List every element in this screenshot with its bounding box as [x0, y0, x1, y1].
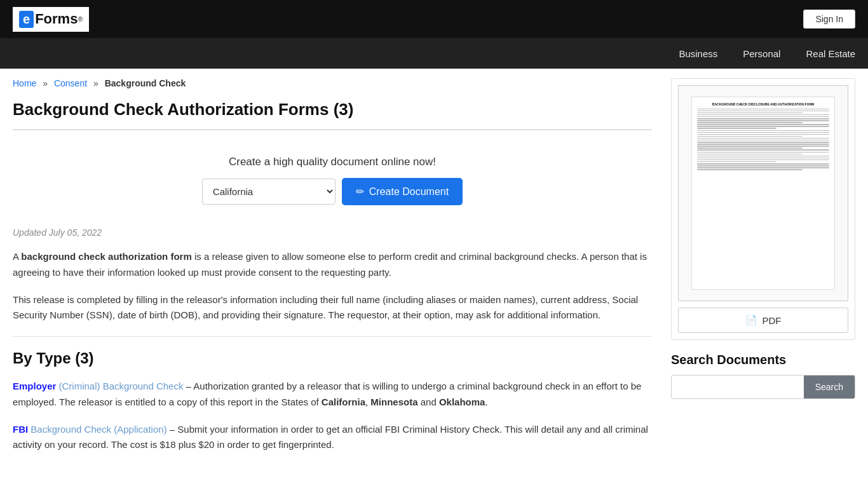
preview-line	[697, 134, 829, 135]
logo-area: eForms®	[13, 7, 89, 32]
preview-line	[697, 154, 803, 155]
preview-lines-5	[697, 152, 829, 163]
breadcrumb: Home » Consent » Background Check	[13, 78, 652, 88]
updated-date: Updated July 05, 2022	[13, 227, 652, 238]
topbar: eForms® Sign In	[0, 0, 868, 38]
preview-line	[697, 126, 829, 127]
intro-bold-text: background check authorization form	[21, 251, 191, 262]
oklahoma-bold: Oklahoma	[439, 396, 485, 407]
pdf-label: PDF	[763, 315, 782, 326]
preview-lines-1	[697, 109, 829, 118]
logo-text: Forms	[35, 11, 78, 27]
preview-line	[697, 159, 829, 161]
preview-line	[697, 138, 829, 139]
breadcrumb-consent[interactable]: Consent	[54, 78, 87, 88]
pdf-icon: 📄	[745, 315, 757, 326]
preview-line	[697, 136, 803, 137]
preview-line	[697, 146, 829, 147]
preview-lines-2	[697, 118, 829, 129]
search-button[interactable]: Search	[804, 376, 855, 398]
preview-lines-4	[697, 142, 829, 151]
preview-line	[697, 132, 829, 133]
minnesota-bold: Minnesota	[370, 396, 417, 407]
doc-creator-label: Create a high quality document online no…	[22, 156, 642, 168]
preview-line	[697, 163, 829, 165]
signin-button[interactable]: Sign In	[803, 10, 855, 29]
employer-secondary-link[interactable]: (Criminal) Background Check	[59, 381, 184, 391]
and-text: and	[418, 396, 439, 407]
preview-line	[697, 152, 829, 153]
navbar: Business Personal Real Estate	[0, 38, 868, 69]
intro-text-before: A	[13, 251, 21, 262]
preview-line	[697, 167, 829, 168]
doc-creator-controls: AlabamaAlaskaArizonaArkansasCaliforniaCo…	[22, 178, 642, 205]
nav-item-real-estate[interactable]: Real Estate	[806, 48, 855, 59]
section-divider	[13, 336, 652, 337]
preview-line	[697, 165, 829, 166]
doc-creator: Create a high quality document online no…	[13, 146, 652, 215]
preview-line	[697, 122, 803, 123]
preview-line	[697, 116, 829, 118]
employer-primary-link[interactable]: Employer	[13, 381, 56, 391]
preview-line	[697, 112, 803, 114]
fbi-primary-link[interactable]: FBI	[13, 424, 28, 435]
right-sidebar: BACKGROUND CHECK DISCLOSURE AND AUTHORIZ…	[671, 78, 855, 464]
search-section: Search Documents Search	[671, 353, 855, 399]
type-item-fbi: FBI Background Check (Application) – Sub…	[13, 422, 652, 454]
logo-reg: ®	[78, 15, 83, 23]
preview-line	[697, 142, 829, 143]
preview-lines-3	[697, 130, 829, 141]
type-item-employer: Employer (Criminal) Background Check – A…	[13, 379, 652, 410]
preview-line	[697, 144, 829, 145]
state-select[interactable]: AlabamaAlaskaArizonaArkansasCaliforniaCo…	[202, 179, 336, 205]
page-title: Background Check Authorization Forms (3)	[13, 100, 652, 130]
main-container: Home » Consent » Background Check Backgr…	[0, 69, 868, 474]
doc-preview: BACKGROUND CHECK DISCLOSURE AND AUTHORIZ…	[671, 78, 855, 340]
preview-line	[697, 118, 829, 119]
preview-lines-6	[697, 163, 829, 170]
nav-item-personal[interactable]: Personal	[743, 48, 780, 59]
breadcrumb-sep-2: »	[93, 78, 101, 88]
preview-doc-title: BACKGROUND CHECK DISCLOSURE AND AUTHORIZ…	[697, 102, 829, 107]
left-content: Home » Consent » Background Check Backgr…	[13, 78, 652, 464]
preview-line	[697, 156, 829, 157]
california-bold: California	[322, 396, 365, 407]
logo-e-letter: e	[19, 11, 34, 28]
breadcrumb-sep-1: »	[43, 78, 50, 88]
logo: eForms®	[13, 7, 89, 32]
pdf-button[interactable]: 📄 PDF	[678, 308, 848, 333]
preview-line	[697, 128, 776, 129]
preview-line	[697, 158, 829, 159]
preview-line	[697, 161, 776, 163]
preview-line	[697, 120, 829, 121]
pencil-icon: ✏	[356, 186, 364, 198]
preview-line	[697, 114, 829, 116]
fbi-secondary-link[interactable]: Background Check (Application)	[31, 424, 166, 435]
preview-line	[697, 111, 829, 112]
nav-item-business[interactable]: Business	[679, 48, 717, 59]
breadcrumb-current: Background Check	[105, 78, 186, 88]
by-type-heading: By Type (3)	[13, 349, 652, 367]
preview-line	[697, 130, 829, 132]
preview-line	[697, 109, 829, 110]
preview-line	[697, 124, 829, 125]
create-document-button[interactable]: ✏ Create Document	[342, 178, 463, 205]
doc-preview-content: BACKGROUND CHECK DISCLOSURE AND AUTHORIZ…	[691, 97, 835, 290]
preview-line	[697, 147, 803, 149]
search-input[interactable]	[672, 376, 804, 398]
doc-preview-inner: BACKGROUND CHECK DISCLOSURE AND AUTHORIZ…	[678, 85, 848, 301]
create-document-label: Create Document	[369, 186, 449, 198]
preview-line	[697, 140, 829, 141]
intro-paragraph-1: A background check authorization form is…	[13, 249, 652, 281]
preview-line	[697, 169, 803, 170]
preview-line	[697, 149, 829, 151]
search-heading: Search Documents	[671, 353, 855, 367]
period-1: .	[485, 396, 487, 407]
breadcrumb-home[interactable]: Home	[13, 78, 36, 88]
intro-paragraph-2: This release is completed by filling in …	[13, 292, 652, 324]
search-container: Search	[671, 375, 855, 399]
